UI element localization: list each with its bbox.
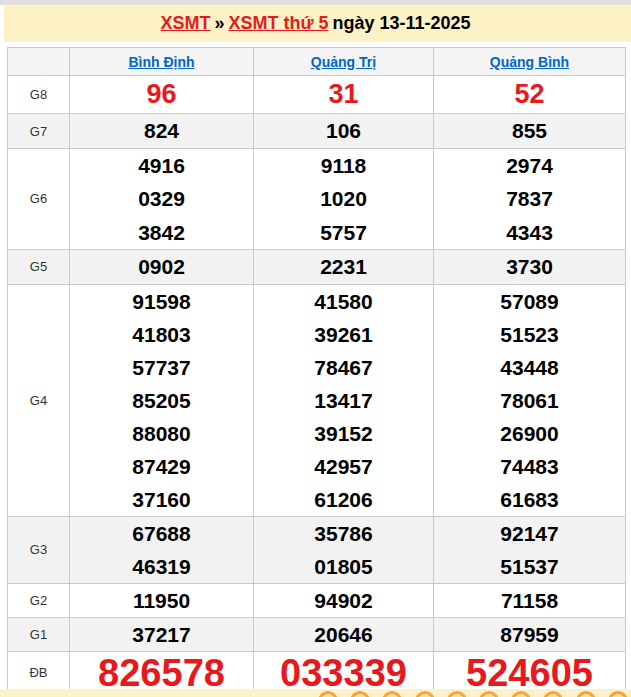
result-number: 96 (70, 76, 253, 113)
result-cell: 31 (254, 76, 434, 114)
province-link[interactable]: Bình Định (128, 54, 194, 70)
result-number: 57737 (70, 351, 253, 384)
result-number: 7837 (434, 182, 625, 215)
lotto-ball-icon (382, 691, 402, 697)
result-number: 01805 (254, 550, 433, 583)
result-number: 35786 (254, 517, 433, 550)
result-cell: 91598418035773785205880808742937160 (70, 284, 254, 516)
result-number: 78467 (254, 351, 433, 384)
result-number: 61683 (434, 483, 625, 516)
prize-label: G6 (8, 149, 70, 250)
result-number: 42957 (254, 450, 433, 483)
result-number: 71158 (434, 584, 625, 617)
result-cell: 106 (254, 114, 434, 149)
result-cell: 2231 (254, 249, 434, 284)
result-number: 74483 (434, 450, 625, 483)
lotto-ball-icon (415, 691, 435, 697)
result-number: 39152 (254, 417, 433, 450)
result-cell: 20646 (254, 617, 434, 651)
result-number: 92147 (434, 517, 625, 550)
title-link-xsmt[interactable]: XSMT (160, 13, 210, 33)
result-number: 20646 (254, 618, 433, 651)
table-row: G6491603293842911810205757297478374343 (8, 149, 626, 250)
page-title: XSMT»XSMT thứ 5ngày 13-11-2025 (4, 5, 631, 42)
result-cell: 41580392617846713417391524295761206 (254, 284, 434, 516)
result-number: 0329 (70, 182, 253, 215)
results-table: Bình ĐịnhQuảng TrịQuảng Bình G8963152G78… (7, 47, 626, 695)
result-number: 52 (434, 76, 625, 113)
result-cell: 297478374343 (434, 149, 626, 250)
result-number: 1020 (254, 182, 433, 215)
result-number: 824 (70, 114, 253, 148)
result-cell: 824 (70, 114, 254, 149)
result-number: 13417 (254, 384, 433, 417)
result-number: 26900 (434, 417, 625, 450)
result-number: 4916 (70, 149, 253, 182)
result-number: 11950 (70, 584, 253, 617)
lotto-ball-icon (479, 691, 499, 697)
result-number: 51523 (434, 318, 625, 351)
prize-label: G7 (8, 114, 70, 149)
result-number: 61206 (254, 483, 433, 516)
result-number: 0902 (70, 250, 253, 284)
table-row: G8963152 (8, 76, 626, 114)
result-number: 91598 (70, 285, 253, 318)
result-number: 9118 (254, 149, 433, 182)
result-cell: 37217 (70, 617, 254, 651)
province-link[interactable]: Quảng Trị (311, 54, 376, 70)
title-separator: » (210, 13, 228, 33)
lotto-ball-icon (608, 691, 628, 697)
result-number: 85205 (70, 384, 253, 417)
result-number: 855 (434, 114, 625, 148)
result-number: 3730 (434, 250, 625, 284)
table-row: G2119509490271158 (8, 583, 626, 617)
result-cell: 0902 (70, 249, 254, 284)
lotto-ball-icon (350, 691, 370, 697)
column-header-cell: Quảng Trị (254, 48, 434, 76)
lotto-ball-icon (447, 691, 467, 697)
result-number: 4343 (434, 216, 625, 249)
lotto-ball-icon (511, 691, 531, 697)
result-cell: 491603293842 (70, 149, 254, 250)
result-number: 3842 (70, 216, 253, 249)
result-number: 2974 (434, 149, 625, 182)
result-cell: 87959 (434, 617, 626, 651)
result-number: 524605 (434, 652, 625, 694)
result-number: 2231 (254, 250, 433, 284)
result-number: 57089 (434, 285, 625, 318)
lotto-ball-icon (576, 691, 596, 697)
result-number: 88080 (70, 417, 253, 450)
result-number: 46319 (70, 550, 253, 583)
result-cell: 71158 (434, 583, 626, 617)
result-number: 67688 (70, 517, 253, 550)
title-date: ngày 13-11-2025 (328, 13, 474, 33)
prize-label: G5 (8, 249, 70, 284)
table-row: G491598418035773785205880808742937160415… (8, 284, 626, 516)
result-number: 41803 (70, 318, 253, 351)
table-row: G3676884631935786018059214751537 (8, 516, 626, 583)
table-row: G7824106855 (8, 114, 626, 149)
prize-label: G1 (8, 617, 70, 651)
prize-label: G2 (8, 583, 70, 617)
result-cell: 11950 (70, 583, 254, 617)
table-row: G1372172064687959 (8, 617, 626, 651)
result-cell: 855 (434, 114, 626, 149)
province-link[interactable]: Quảng Bình (490, 54, 569, 70)
result-number: 78061 (434, 384, 625, 417)
result-number: 826578 (70, 652, 253, 694)
lotto-ball-icon (318, 691, 338, 697)
result-number: 033339 (254, 652, 433, 694)
result-number: 51537 (434, 550, 625, 583)
table-header-row: Bình ĐịnhQuảng TrịQuảng Bình (8, 48, 626, 76)
lotto-ball-icon (543, 691, 563, 697)
prize-label: G4 (8, 284, 70, 516)
result-cell: 52 (434, 76, 626, 114)
lotto-balls-strip (0, 689, 631, 697)
result-number: 41580 (254, 285, 433, 318)
title-link-xsmt-thu5[interactable]: XSMT thứ 5 (228, 13, 328, 33)
result-number: 43448 (434, 351, 625, 384)
column-header-cell: Bình Định (70, 48, 254, 76)
result-cell: 96 (70, 76, 254, 114)
corner-cell (8, 48, 70, 76)
result-cell: 94902 (254, 583, 434, 617)
